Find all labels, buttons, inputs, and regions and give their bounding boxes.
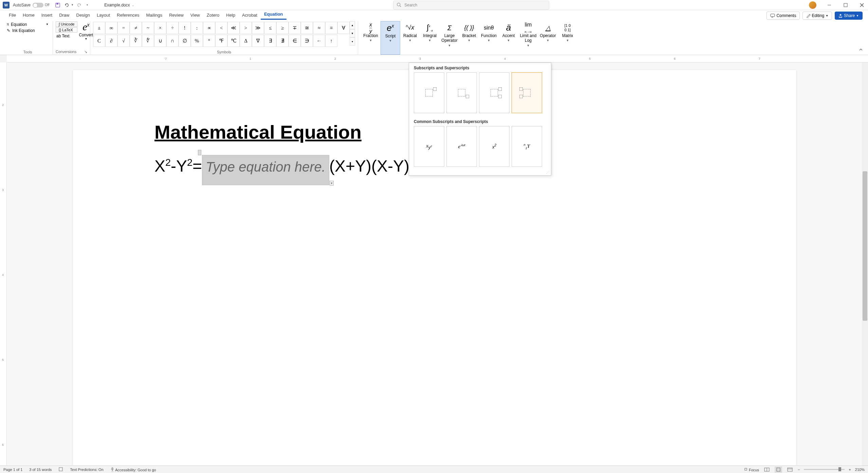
minimize-button[interactable]	[826, 2, 833, 8]
symbol-cell[interactable]: ∇	[252, 35, 264, 47]
tab-zotero[interactable]: Zotero	[203, 11, 223, 20]
zoom-slider[interactable]	[804, 469, 845, 470]
script-superscript-option[interactable]	[414, 72, 444, 113]
symbol-cell[interactable]: ≥	[276, 22, 289, 34]
word-count[interactable]: 3 of 15 words	[29, 468, 52, 472]
comments-button[interactable]: Comments	[767, 12, 800, 20]
symbol-cell[interactable]: °	[203, 35, 215, 47]
common-script-xy2[interactable]: xy2	[414, 126, 444, 167]
symbol-cell[interactable]: ←	[313, 35, 325, 47]
symbol-cell[interactable]: √	[117, 35, 130, 47]
dropdown-resize-handle[interactable]: ⋰	[409, 170, 551, 174]
symbol-cell[interactable]: ∆	[240, 35, 252, 47]
symbol-cell[interactable]: ℃	[227, 35, 240, 47]
undo-button[interactable]	[63, 1, 70, 9]
structure-large-operator-button[interactable]: ΣLarge Operator▼	[440, 21, 459, 55]
save-button[interactable]	[54, 1, 61, 9]
structure-function-button[interactable]: sinθFunction▼	[479, 21, 499, 55]
symbols-more[interactable]: ▾	[350, 37, 355, 46]
zoom-in[interactable]: +	[849, 468, 851, 472]
tab-references[interactable]: References	[113, 11, 143, 20]
equation-left-text[interactable]: X2-Y2=	[154, 157, 202, 175]
tab-acrobat[interactable]: Acrobat	[239, 11, 261, 20]
structure-script-button[interactable]: exScript▼	[381, 21, 400, 55]
undo-dropdown[interactable]: ▼	[71, 3, 74, 6]
collapse-ribbon-button[interactable]	[858, 47, 863, 53]
page-status[interactable]: Page 1 of 1	[3, 468, 22, 472]
symbol-cell[interactable]: !	[179, 22, 191, 34]
symbol-cell[interactable]: ∜	[142, 35, 154, 47]
symbols-scroll-up[interactable]: ▲	[350, 21, 355, 29]
document-name[interactable]: Example.docx	[104, 3, 130, 7]
ink-equation-button[interactable]: ✎ Ink Equation	[5, 28, 50, 34]
share-button[interactable]: Share ▼	[835, 12, 863, 20]
symbol-cell[interactable]: ÷	[166, 22, 179, 34]
symbol-cell[interactable]: ∛	[130, 35, 142, 47]
symbol-cell[interactable]: ∈	[289, 35, 301, 47]
symbol-cell[interactable]: ≫	[252, 22, 264, 34]
redo-button[interactable]	[76, 1, 83, 9]
tab-file[interactable]: File	[5, 11, 19, 20]
symbol-cell[interactable]: ∄	[276, 35, 289, 47]
common-script-n1y[interactable]: n1Y	[512, 126, 542, 167]
equation-right-text[interactable]: (X+Y)(X-Y)	[329, 157, 409, 175]
indent-marker[interactable]: ▽	[165, 57, 167, 60]
tab-review[interactable]: Review	[166, 11, 187, 20]
tab-equation[interactable]: Equation	[261, 10, 287, 20]
maximize-button[interactable]	[842, 2, 849, 8]
structure-integral-button[interactable]: ∫x-xIntegral▼	[420, 21, 440, 55]
symbol-cell[interactable]: ∅	[179, 35, 191, 47]
tab-insert[interactable]: Insert	[38, 11, 56, 20]
symbol-cell[interactable]: C	[93, 35, 105, 47]
read-mode-button[interactable]	[763, 467, 771, 473]
symbol-cell[interactable]: >	[240, 22, 252, 34]
symbol-cell[interactable]: ∃	[264, 35, 276, 47]
symbol-cell[interactable]: ℉	[215, 35, 227, 47]
structure-accent-button[interactable]: äAccent▼	[499, 21, 518, 55]
symbol-cell[interactable]: ∓	[289, 22, 301, 34]
symbol-cell[interactable]: ≡	[325, 22, 337, 34]
tab-draw[interactable]: Draw	[56, 11, 73, 20]
symbol-cell[interactable]: ∋	[301, 35, 313, 47]
scrollbar-thumb[interactable]	[863, 171, 867, 321]
symbol-cell[interactable]: ∩	[166, 35, 179, 47]
symbol-cell[interactable]: =	[117, 22, 130, 34]
tab-design[interactable]: Design	[73, 11, 93, 20]
script-subsuperscript-option[interactable]	[479, 72, 510, 113]
symbol-cell[interactable]: ~	[142, 22, 154, 34]
dialog-launcher-icon[interactable]: ↘	[84, 50, 87, 54]
symbol-cell[interactable]: ↑	[325, 35, 337, 47]
spellcheck-icon[interactable]	[58, 467, 63, 472]
equation-placeholder-box[interactable]: Type equation here. ▼	[202, 155, 329, 185]
chevron-down-icon[interactable]: ▼	[85, 37, 87, 40]
symbol-cell[interactable]: <	[215, 22, 227, 34]
equation-move-handle[interactable]	[198, 150, 201, 155]
qat-customize[interactable]: ▾	[87, 3, 88, 6]
equation-button[interactable]: π Equation ▼	[5, 21, 50, 28]
symbol-cell[interactable]: ×	[154, 22, 166, 34]
common-script-x2[interactable]: x2	[479, 126, 510, 167]
symbol-cell[interactable]: ∀	[337, 22, 350, 34]
structure-limit-and-log-button[interactable]: limn→∞Limit and Log▼	[518, 21, 538, 55]
symbol-cell[interactable]: ≈	[313, 22, 325, 34]
tab-mailings[interactable]: Mailings	[143, 11, 166, 20]
script-left-subsuperscript-option[interactable]	[512, 72, 542, 113]
focus-mode[interactable]: Focus	[744, 467, 759, 472]
unicode-button[interactable]: ∫Unicode	[56, 21, 77, 27]
vertical-scrollbar[interactable]	[862, 63, 868, 466]
tab-view[interactable]: View	[187, 11, 203, 20]
common-script-eiwt[interactable]: e-iωt	[446, 126, 477, 167]
structure-bracket-button[interactable]: {( )}Bracket▼	[459, 21, 479, 55]
zoom-out[interactable]: −	[798, 468, 800, 472]
search-input[interactable]: Search	[393, 1, 549, 10]
structure-radical-button[interactable]: n√xRadical▼	[400, 21, 420, 55]
user-avatar[interactable]	[809, 1, 816, 9]
print-layout-button[interactable]	[775, 467, 782, 473]
structure-matrix-button[interactable]: [1 00 1]Matrix▼	[558, 21, 577, 55]
web-layout-button[interactable]	[786, 467, 794, 473]
horizontal-ruler[interactable]: · ▽ 1 2 3 4 5 6 7	[7, 55, 868, 63]
tab-help[interactable]: Help	[223, 11, 239, 20]
latex-button[interactable]: {}LaTeX	[56, 27, 77, 33]
symbol-cell[interactable]: ∝	[203, 22, 215, 34]
tab-home[interactable]: Home	[19, 11, 38, 20]
